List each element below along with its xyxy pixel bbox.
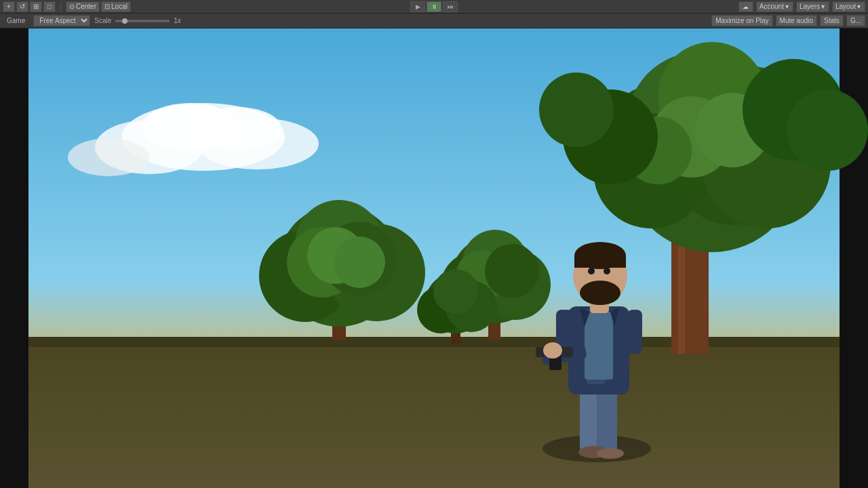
pause-btn[interactable]: ⏸ bbox=[427, 1, 441, 12]
svg-point-37 bbox=[485, 244, 539, 298]
scene-canvas bbox=[0, 28, 868, 488]
svg-rect-59 bbox=[585, 312, 613, 380]
transform-group: ⊙ Center ⊡ Local bbox=[66, 1, 131, 12]
tool-buttons-group: + ↺ ⊞ □ bbox=[3, 1, 56, 12]
svg-point-46 bbox=[334, 237, 385, 288]
center-label: Center bbox=[76, 3, 96, 10]
svg-point-56 bbox=[597, 448, 624, 459]
layers-dropdown[interactable]: Layers ▾ bbox=[796, 1, 829, 12]
layout-dropdown[interactable]: Layout ▾ bbox=[832, 1, 865, 12]
mute-audio-btn[interactable]: Mute audio bbox=[776, 15, 817, 26]
layout-chevron-icon: ▾ bbox=[857, 3, 861, 10]
layers-chevron-icon: ▾ bbox=[821, 3, 825, 10]
svg-point-30 bbox=[787, 89, 868, 171]
right-controls: ☁ Account ▾ Layers ▾ Layout ▾ bbox=[738, 1, 865, 12]
center-icon: ⊙ bbox=[69, 3, 75, 10]
scale-label: Scale bbox=[94, 17, 111, 24]
center-btn[interactable]: ⊙ Center bbox=[66, 1, 100, 12]
local-icon: ⊡ bbox=[104, 3, 110, 10]
svg-point-51 bbox=[433, 269, 478, 314]
top-toolbar: + ↺ ⊞ □ ⊙ Center ⊡ Local ▶ ⏸ ⏭ ☁ Account… bbox=[0, 0, 868, 14]
svg-point-72 bbox=[604, 268, 610, 274]
svg-point-8 bbox=[68, 138, 149, 176]
maximize-label: Maximize on Play bbox=[715, 17, 768, 24]
svg-rect-62 bbox=[627, 310, 642, 354]
stats-btn[interactable]: Stats bbox=[820, 15, 844, 26]
svg-point-28 bbox=[539, 73, 614, 147]
step-btn[interactable]: ⏭ bbox=[443, 1, 458, 12]
scale-value: 1x bbox=[174, 17, 181, 24]
svg-point-7 bbox=[193, 107, 281, 150]
stats-label: Stats bbox=[824, 17, 840, 24]
layout-label: Layout bbox=[835, 3, 856, 10]
maximize-on-play-btn[interactable]: Maximize on Play bbox=[711, 15, 772, 26]
play-btn[interactable]: ▶ bbox=[410, 1, 425, 12]
aspect-select[interactable]: Free Aspect bbox=[33, 15, 90, 26]
add-tool-btn[interactable]: + bbox=[3, 1, 15, 12]
gizmos-btn[interactable]: G... bbox=[846, 15, 865, 26]
svg-rect-73 bbox=[587, 264, 596, 266]
svg-rect-74 bbox=[602, 264, 612, 266]
playback-controls: ▶ ⏸ ⏭ bbox=[410, 1, 458, 12]
cloud-btn[interactable]: ☁ bbox=[738, 1, 753, 12]
mute-label: Mute audio bbox=[780, 17, 813, 24]
game-viewport[interactable] bbox=[0, 28, 868, 488]
scale-thumb[interactable] bbox=[122, 18, 127, 24]
scale-slider[interactable] bbox=[115, 20, 170, 22]
svg-rect-0 bbox=[0, 28, 28, 488]
separator-1 bbox=[60, 2, 61, 12]
svg-point-65 bbox=[543, 342, 562, 359]
scale-tool-btn[interactable]: ⊞ bbox=[30, 1, 42, 12]
svg-rect-13 bbox=[28, 337, 840, 347]
svg-rect-69 bbox=[574, 256, 626, 268]
gizmos-label: G... bbox=[850, 17, 861, 24]
local-label: Local bbox=[111, 3, 127, 10]
game-tab-label[interactable]: Game bbox=[3, 16, 29, 26]
svg-point-70 bbox=[580, 281, 620, 305]
svg-rect-54 bbox=[597, 386, 617, 453]
secondary-toolbar: Game Free Aspect Scale 1x Maximize on Pl… bbox=[0, 14, 868, 28]
svg-point-71 bbox=[588, 268, 595, 274]
local-btn[interactable]: ⊡ Local bbox=[101, 1, 131, 12]
rotate-tool-btn[interactable]: ↺ bbox=[16, 1, 28, 12]
account-label: Account bbox=[760, 3, 784, 10]
account-dropdown[interactable]: Account ▾ bbox=[756, 1, 793, 12]
right-toolbar-buttons: Maximize on Play Mute audio Stats G... bbox=[711, 15, 865, 26]
account-chevron-icon: ▾ bbox=[785, 3, 789, 10]
rect-tool-btn[interactable]: □ bbox=[43, 1, 56, 12]
layers-label: Layers bbox=[800, 3, 820, 10]
svg-rect-12 bbox=[28, 337, 840, 488]
